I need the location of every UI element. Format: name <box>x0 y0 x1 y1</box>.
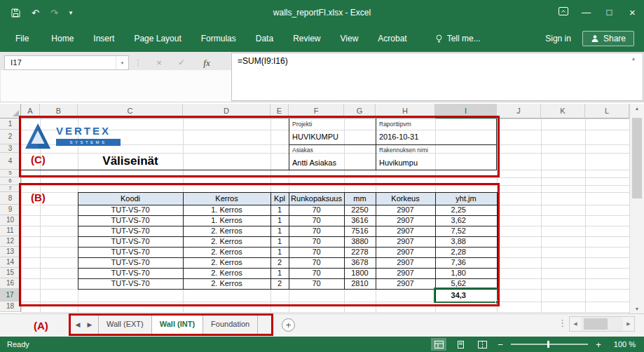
annotation-box-b <box>19 183 500 306</box>
redo-button[interactable]: ↷ <box>50 8 58 18</box>
row-header-9[interactable]: 9 <box>0 205 21 215</box>
row-header-7[interactable]: 7 <box>0 185 21 192</box>
insert-function-button[interactable]: fx <box>198 55 216 70</box>
horizontal-scroll-track[interactable] <box>581 317 623 331</box>
qat-customize-button[interactable]: ▾ <box>69 10 73 16</box>
row-header-14[interactable]: 14 <box>0 257 21 268</box>
ribbon-tab-acrobat[interactable]: Acrobat <box>368 25 416 52</box>
close-button[interactable]: × <box>621 0 644 25</box>
excel-window: ↶ ↷ ▾ walls_reportFI.xlsx - Excel — □ × … <box>0 0 644 352</box>
normal-view-icon <box>434 341 444 348</box>
row-header-5[interactable]: 5 <box>0 170 21 177</box>
page-break-view-button[interactable] <box>474 338 490 351</box>
scroll-down-button[interactable]: ▼ <box>630 306 644 311</box>
row-header-2[interactable]: 2 <box>0 130 21 144</box>
formula-bar-left-panel <box>1 70 231 102</box>
row-header-13[interactable]: 13 <box>0 247 21 257</box>
row-header-6[interactable]: 6 <box>0 177 21 185</box>
select-all-button[interactable] <box>0 104 21 119</box>
formula-input[interactable]: =SUM(I9:I16) <box>231 53 643 101</box>
ribbon-tab-insert[interactable]: Insert <box>83 25 124 52</box>
zoom-in-button[interactable]: + <box>594 339 603 350</box>
quick-access-toolbar: ↶ ↷ ▾ <box>11 8 72 18</box>
annotation-label-a: (A) <box>34 320 48 332</box>
name-box[interactable]: I17 <box>4 55 129 70</box>
ribbon-display-options-icon <box>559 7 568 15</box>
ribbon-tab-review[interactable]: Review <box>283 25 330 52</box>
share-label: Share <box>603 34 626 43</box>
row-header-8[interactable]: 8 <box>0 192 21 205</box>
status-bar-right: − + 100 % <box>431 338 636 351</box>
vertical-scroll-thumb[interactable] <box>632 118 642 198</box>
row-header-17[interactable]: 17 <box>0 289 21 302</box>
person-icon <box>591 34 599 43</box>
cancel-button[interactable]: × <box>150 55 168 70</box>
column-header-L[interactable]: L <box>585 104 629 119</box>
horizontal-scrollbar[interactable]: ◀ ▶ <box>569 316 635 332</box>
scroll-left-button[interactable]: ◀ <box>570 321 581 327</box>
lightbulb-icon <box>435 34 443 43</box>
column-header-J[interactable]: J <box>497 104 541 119</box>
row-header-12[interactable]: 12 <box>0 236 21 247</box>
zoom-slider-thumb[interactable] <box>547 341 549 348</box>
annotation-label-c: (C) <box>31 154 46 165</box>
scroll-up-button[interactable]: ▲ <box>630 106 644 111</box>
ribbon-tab-view[interactable]: View <box>331 25 369 52</box>
save-button[interactable] <box>11 8 20 18</box>
save-icon <box>11 8 20 18</box>
select-all-triangle-icon <box>13 110 19 116</box>
ribbon-tab-home[interactable]: Home <box>41 25 83 52</box>
annotation-box-a <box>69 313 273 336</box>
row-header-16[interactable]: 16 <box>0 278 21 289</box>
window-controls: — □ × <box>551 0 644 25</box>
page-layout-view-button[interactable] <box>453 338 468 351</box>
formula-bar-separator: ⋮ <box>134 55 142 70</box>
share-button[interactable]: Share <box>582 31 634 46</box>
horizontal-scroll-thumb[interactable] <box>584 318 608 330</box>
enter-button[interactable]: ✓ <box>172 55 191 70</box>
row-header-4[interactable]: 4 <box>0 153 21 170</box>
column-header-K[interactable]: K <box>541 104 585 119</box>
ribbon-tab-file[interactable]: File <box>3 25 41 52</box>
ribbon-tab-page-layout[interactable]: Page Layout <box>124 25 191 52</box>
status-mode: Ready <box>7 340 29 348</box>
ribbon-tab-formulas[interactable]: Formulas <box>191 25 246 52</box>
tell-me-label: Tell me... <box>447 34 481 43</box>
tell-me-button[interactable]: Tell me... <box>435 34 481 43</box>
minimize-button[interactable]: — <box>575 0 598 25</box>
title-bar: ↶ ↷ ▾ walls_reportFI.xlsx - Excel — □ × <box>0 0 644 25</box>
sign-in-button[interactable]: Sign in <box>534 34 582 43</box>
annotation-box-c <box>19 116 500 177</box>
window-title: walls_reportFI.xlsx - Excel <box>0 0 644 25</box>
formula-bar-collapse-icon[interactable]: ▴ <box>632 55 635 62</box>
zoom-slider[interactable] <box>511 344 588 345</box>
row-header-1[interactable]: 1 <box>0 119 21 130</box>
gridline <box>629 119 630 312</box>
undo-button[interactable]: ↶ <box>32 8 39 18</box>
status-bar: Ready − + 100 % <box>0 337 644 352</box>
zoom-level[interactable]: 100 % <box>609 340 636 348</box>
row-header-15[interactable]: 15 <box>0 268 21 278</box>
zoom-out-button[interactable]: − <box>496 339 505 350</box>
scroll-right-button[interactable]: ▶ <box>623 321 634 327</box>
add-sheet-button[interactable]: + <box>282 318 295 332</box>
tab-splitter-handle[interactable]: ⋮ <box>558 318 567 328</box>
row-header-18[interactable]: 18 <box>0 302 21 312</box>
annotation-label-b: (B) <box>31 191 46 203</box>
row-header-3[interactable]: 3 <box>0 144 21 153</box>
page-layout-view-icon <box>456 341 465 348</box>
ribbon-tab-bar: File Home Insert Page Layout Formulas Da… <box>0 25 644 52</box>
gridline <box>21 312 629 313</box>
row-header-10[interactable]: 10 <box>0 215 21 226</box>
normal-view-button[interactable] <box>431 338 446 351</box>
gridline <box>21 177 629 178</box>
ribbon-tab-data[interactable]: Data <box>246 25 283 52</box>
maximize-button[interactable]: □ <box>598 0 621 25</box>
ribbon-display-options-button[interactable] <box>551 0 575 25</box>
row-header-11[interactable]: 11 <box>0 226 21 236</box>
vertical-scrollbar[interactable]: ▲ ▼ <box>629 104 644 313</box>
name-box-dropdown-icon[interactable]: ▾ <box>116 56 128 69</box>
page-break-view-icon <box>478 341 487 348</box>
